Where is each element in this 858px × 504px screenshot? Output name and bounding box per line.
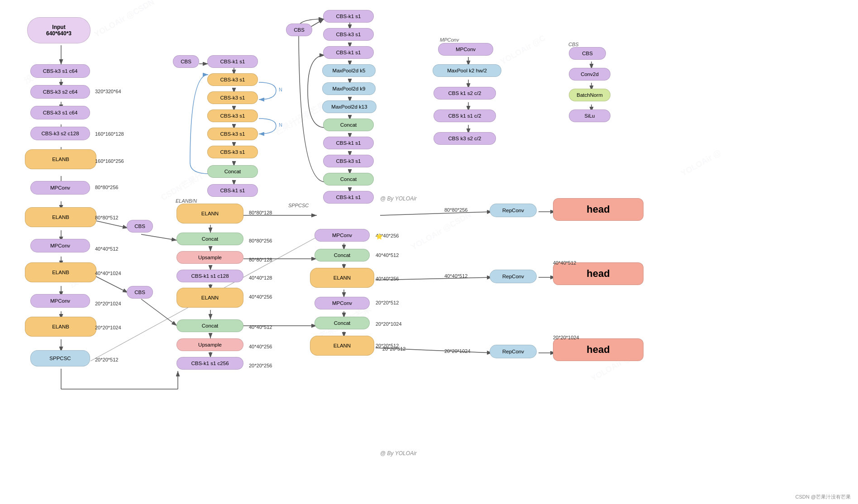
mpconv-cbsk1s2: CBS k1 s2 c/2 — [434, 87, 496, 100]
upsample2: Upsample — [176, 338, 243, 351]
cbs-k1s1-c128: CBS-k1 s1 c128 — [176, 270, 243, 282]
elanbn-cbsk3s1a: CBS-k3 s1 — [207, 73, 258, 86]
dim-40x40x512-h2: 40*40*512 — [553, 260, 576, 266]
sppc-cbsk1s1a: CBS-k1 s1 — [323, 10, 374, 23]
elanbn-cbs: CBS — [173, 55, 199, 68]
dim-40x40x512: 40*40*512 — [249, 324, 272, 330]
byline1: @ By YOLOAir — [380, 195, 417, 202]
upsample1: Upsample — [176, 251, 243, 264]
repconv3: RepConv — [490, 345, 537, 358]
label-cbs: CBS — [568, 42, 579, 47]
sppc-cbsk3s1a: CBS-k3 s1 — [323, 28, 374, 41]
sppc-concat2: Concat — [323, 173, 374, 185]
node-cbs-k3s2-c128: CBS-k3 s2 c128 — [30, 127, 90, 140]
elanbn-cbsk1s1a: CBS-k1 s1 — [207, 55, 258, 68]
dim-320x320x64: 320*320*64 — [95, 89, 121, 94]
dim-40x40x128: 40*40*128 — [249, 275, 272, 281]
node-elanb1: ELANB — [25, 149, 96, 169]
watermark-8: YOLOAir @C — [499, 33, 547, 67]
concat1: Concat — [176, 233, 243, 245]
sppc-cbsk1s1d: CBS-k1 s1 — [323, 191, 374, 204]
elanbn-cbsk3s1c: CBS-k3 s1 — [207, 109, 258, 122]
elanbn-cbsk3s1d: CBS-k3 s1 — [207, 128, 258, 140]
mpconv-maxpool: MaxPool k2 hw/2 — [433, 64, 501, 77]
dim-40x40x512-h: 40*40*512 — [444, 273, 467, 279]
diagram-container: YOLOAir @CSDN 没有芒果 芒果汁没有芒果 CSDN芒果汁 YOLOA… — [0, 0, 858, 504]
dim-20x20x512-r: 20*20*512 — [376, 300, 399, 305]
sppc-maxpool-k13: MaxPool2d k13 — [322, 100, 377, 113]
dim-160x160x256: 160*160*256 — [95, 158, 124, 164]
dim-20x20x1024-r: 20*20*1024 — [376, 321, 402, 327]
label-sppcsc: SPPCSC — [288, 203, 309, 208]
dim-160x160x128: 160*160*128 — [95, 131, 124, 137]
svg-line-17 — [141, 299, 177, 326]
dim-40x40x256b: 40*40*256 — [249, 344, 272, 349]
dim-80x80x128b: 80*80*128 — [249, 257, 272, 262]
dim-80x80x256-h: 80*80*256 — [444, 207, 467, 213]
node-mpconv3: MPConv — [30, 294, 90, 308]
dim-20x20x1024-h2: 20*20*1024 — [553, 335, 579, 340]
dim-80x80x128: 80*80*128 — [249, 210, 272, 215]
node-cbs-k3s1-c64a: CBS-k3 s1 c64 — [30, 64, 90, 78]
elann1: ELANN — [176, 204, 243, 223]
concat-neck1: Concat — [315, 249, 370, 262]
dim-80x80x256: 80*80*256 — [95, 185, 118, 190]
mpconv-cbsk1s1: CBS k1 s1 c/2 — [434, 109, 496, 122]
head2: head — [553, 262, 644, 285]
elanbn-concat: Concat — [207, 165, 258, 178]
sppc-cbsk1s1c: CBS-k1 s1 — [323, 137, 374, 149]
node-elanb3: ELANB — [25, 262, 96, 282]
dim-40x40x256: 40*40*256 — [249, 294, 272, 300]
label-elanbn: ELANB/N — [176, 198, 197, 204]
arrows-svg: N N — [0, 0, 858, 504]
watermark-10: YOLOAir @ — [679, 148, 723, 178]
dim-80x80x512: 80*80*512 — [95, 215, 118, 220]
input-node: Input 640*640*3 — [27, 17, 91, 43]
cbs-batchnorm: BatchNorm — [569, 89, 610, 101]
label-mpconv: MPConv — [440, 37, 459, 43]
head1: head — [553, 198, 644, 221]
head3: head — [553, 338, 644, 361]
svg-text:N: N — [279, 87, 282, 92]
sppc-maxpool-k9: MaxPool2d k9 — [322, 82, 376, 95]
svg-line-14 — [96, 221, 128, 228]
cbs-silu: SiLu — [569, 109, 610, 122]
dim-20x20x256: 20*20*256 — [249, 363, 272, 368]
repconv2: RepConv — [490, 270, 537, 283]
mpconv-cbsk3s2: CBS k3 s2 c/2 — [434, 132, 496, 145]
elanbn-cbsk3s1e: CBS-k3 s1 — [207, 146, 258, 158]
elanbn-cbsk3s1b: CBS-k3 s1 — [207, 91, 258, 104]
cbs-k1s1-c256: CBS-k1 s1 c256 — [176, 357, 243, 370]
node-cbs-k3s2-c64: CBS-k3 s2 c64 — [30, 85, 90, 99]
cbs-neck2: CBS — [127, 286, 153, 299]
concat2: Concat — [176, 319, 243, 332]
elanbn-cbsk1s1b: CBS-k1 s1 — [207, 184, 258, 197]
dim-20x20x1024b: 20*20*1024 — [95, 325, 121, 330]
node-cbs-k3s1-c64b: CBS-k3 s1 c64 — [30, 106, 90, 119]
mpconv-neck2: MPConv — [315, 297, 370, 309]
node-elanb4: ELANB — [25, 317, 96, 337]
sppc-cbsk3s1b: CBS-k3 s1 — [323, 155, 374, 167]
node-mpconv2: MPConv — [30, 239, 90, 252]
elann2: ELANN — [176, 288, 243, 308]
concat-neck2: Concat — [315, 317, 370, 329]
watermark-3: 芒果汁没有芒果 — [272, 100, 327, 138]
star-label: ⭐ — [376, 233, 383, 240]
svg-text:N: N — [279, 122, 282, 128]
dim-40x40x1024: 40*40*1024 — [95, 271, 121, 276]
watermark-5: YOLOAir @CSDN — [410, 210, 473, 252]
watermark-1: YOLOAir @CSDN — [93, 0, 156, 39]
byline2: @ By YOLOAir — [380, 450, 417, 456]
credit: CSDN @芒果汁没有芒果 — [796, 494, 851, 500]
node-mpconv1: MPConv — [30, 181, 90, 195]
dim-20x20x512: 20*20*512 — [95, 357, 118, 362]
sppc-cbsk1s1b: CBS-k1 s1 — [323, 46, 374, 59]
dim-40x40x256-r2: 40*40*256 — [376, 276, 399, 281]
cbs-neck1: CBS — [127, 220, 153, 233]
dim-40x40x512: 40*40*512 — [95, 246, 118, 252]
svg-line-15 — [141, 234, 177, 240]
sppc-cbs: CBS — [286, 24, 312, 36]
dim-20x20x512-n: 20*20*512 — [382, 346, 405, 352]
node-elanb2: ELANB — [25, 207, 96, 227]
svg-line-16 — [96, 276, 128, 293]
